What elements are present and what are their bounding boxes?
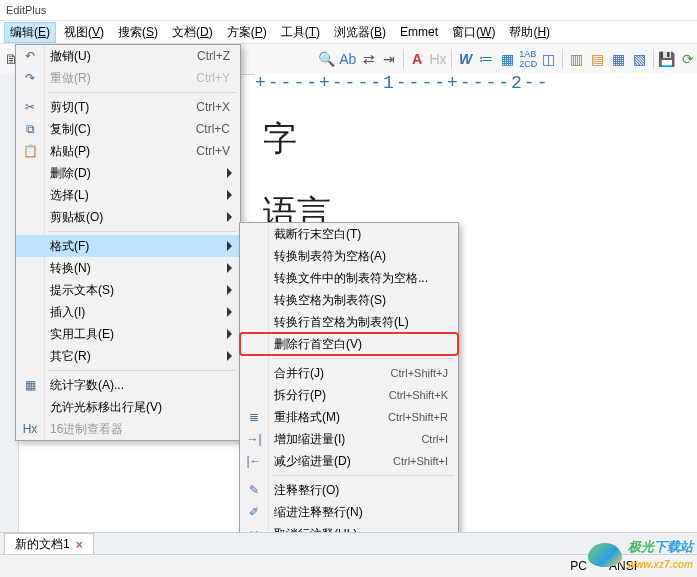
goto-icon[interactable]: ⇥ <box>380 48 399 70</box>
menu-bar: 编辑(E)视图(V)搜索(S)文档(D)方案(P)工具(T)浏览器(B)Emme… <box>0 21 697 44</box>
submenu-arrow-icon <box>227 168 232 178</box>
panel1-icon[interactable]: ▥ <box>567 48 586 70</box>
submenu-item-icon: ✐ <box>245 503 263 521</box>
menu-item[interactable]: ↶撤销(U)Ctrl+Z <box>16 45 240 67</box>
submenu-item[interactable]: ✐缩进注释整行(N) <box>240 501 458 523</box>
submenu-arrow-icon <box>227 241 232 251</box>
refresh-icon[interactable]: ⟳ <box>678 48 697 70</box>
close-icon[interactable]: × <box>76 538 83 552</box>
menu-item-shortcut: Ctrl+V <box>196 140 230 162</box>
ruler: +----+----1----+----2-- <box>255 73 697 95</box>
separator <box>562 49 563 69</box>
menu-item[interactable]: 允许光标移出行尾(V) <box>16 396 240 418</box>
editor-line: 字 <box>263 116 689 162</box>
char-icon[interactable]: Ab <box>338 48 357 70</box>
menu-item[interactable]: 选择(L) <box>16 184 240 206</box>
menu-t[interactable]: 工具(T) <box>275 22 326 43</box>
submenu-item-shortcut: Ctrl+Shift+I <box>393 450 448 472</box>
menu-item[interactable]: 格式(F) <box>16 235 240 257</box>
submenu-item[interactable]: 转换行首空格为制表符(L) <box>240 311 458 333</box>
replace-icon[interactable]: ⇄ <box>359 48 378 70</box>
menu-e[interactable]: 编辑(E) <box>4 22 56 43</box>
menu-item[interactable]: ✂剪切(T)Ctrl+X <box>16 96 240 118</box>
menu-item-label: 转换(N) <box>50 261 91 275</box>
menu-item[interactable]: 转换(N) <box>16 257 240 279</box>
menu-item[interactable]: 其它(R) <box>16 345 240 367</box>
menu-item-label: 剪贴板(O) <box>50 210 103 224</box>
submenu-item-icon: |← <box>245 452 263 470</box>
menu-d[interactable]: 文档(D) <box>166 22 219 43</box>
submenu-item[interactable]: 合并行(J)Ctrl+Shift+J <box>240 362 458 384</box>
panel2-icon[interactable]: ▤ <box>588 48 607 70</box>
menu-item-icon: 📋 <box>21 142 39 160</box>
format-submenu-items: 截断行末空白(T)转换制表符为空格(A)转换文件中的制表符为空格...转换空格为… <box>240 223 458 567</box>
submenu-item-icon: ✎ <box>245 481 263 499</box>
submenu-item[interactable]: →|增加缩进量(I)Ctrl+I <box>240 428 458 450</box>
menu-item-icon: Hx <box>21 420 39 438</box>
menu-v[interactable]: 视图(V) <box>58 22 110 43</box>
document-tab[interactable]: 新的文档1 × <box>4 533 94 555</box>
menu-item-label: 删除(D) <box>50 166 91 180</box>
grid-icon[interactable]: ▦ <box>498 48 517 70</box>
search-icon[interactable]: 🔍 <box>318 48 337 70</box>
menu-p[interactable]: 方案(P) <box>221 22 273 43</box>
submenu-item[interactable]: ✎注释整行(O) <box>240 479 458 501</box>
hex-icon[interactable]: Hx <box>429 48 448 70</box>
menu-item-shortcut: Ctrl+Z <box>197 45 230 67</box>
menu-item[interactable]: 实用工具(E) <box>16 323 240 345</box>
submenu-item-label: 重排格式(M) <box>274 410 340 424</box>
panel4-icon[interactable]: ▧ <box>630 48 649 70</box>
submenu-item-label: 减少缩进量(D) <box>274 454 351 468</box>
font-icon[interactable]: A <box>408 48 427 70</box>
menu-item[interactable]: 插入(I) <box>16 301 240 323</box>
submenu-arrow-icon <box>227 285 232 295</box>
menu-w[interactable]: 窗口(W) <box>446 22 501 43</box>
submenu-item-icon: →| <box>245 430 263 448</box>
panel3-icon[interactable]: ▦ <box>609 48 628 70</box>
menu-item: Hx16进制查看器 <box>16 418 240 440</box>
menu-item[interactable]: ▦统计字数(A)... <box>16 374 240 396</box>
menu-item-label: 16进制查看器 <box>50 422 123 436</box>
submenu-item[interactable]: 截断行末空白(T) <box>240 223 458 245</box>
submenu-item[interactable]: 拆分行(P)Ctrl+Shift+K <box>240 384 458 406</box>
menu-item[interactable]: 删除(D) <box>16 162 240 184</box>
separator <box>451 49 452 69</box>
menu-s[interactable]: 搜索(S) <box>112 22 164 43</box>
menu-h[interactable]: 帮助(H) <box>503 22 556 43</box>
separator <box>653 49 654 69</box>
submenu-item-label: 缩进注释整行(N) <box>274 505 363 519</box>
submenu-item-label: 合并行(J) <box>274 366 324 380</box>
col-icon[interactable]: ◫ <box>540 48 559 70</box>
submenu-item-label: 注释整行(O) <box>274 483 339 497</box>
menu-separator <box>272 475 454 476</box>
submenu-item-shortcut: Ctrl+I <box>421 428 448 450</box>
submenu-item[interactable]: ≣重排格式(M)Ctrl+Shift+R <box>240 406 458 428</box>
submenu-item[interactable]: 删除行首空白(V) <box>240 333 458 355</box>
menu-item[interactable]: ⧉复制(C)Ctrl+C <box>16 118 240 140</box>
submenu-arrow-icon <box>227 307 232 317</box>
save2-icon[interactable]: 💾 <box>657 48 676 70</box>
submenu-item[interactable]: 转换文件中的制表符为空格... <box>240 267 458 289</box>
menu-item-label: 允许光标移出行尾(V) <box>50 400 162 414</box>
menu-item-shortcut: Ctrl+X <box>196 96 230 118</box>
submenu-item-label: 增加缩进量(I) <box>274 432 345 446</box>
menu-item[interactable]: 剪贴板(O) <box>16 206 240 228</box>
submenu-item[interactable]: 转换制表符为空格(A) <box>240 245 458 267</box>
word-icon[interactable]: W <box>456 48 475 70</box>
status-mode: PC <box>570 559 587 573</box>
abc-icon[interactable]: 1AB2CD <box>519 48 538 70</box>
menu-item[interactable]: 提示文本(S) <box>16 279 240 301</box>
submenu-item-shortcut: Ctrl+Shift+K <box>389 384 448 406</box>
menu-item-icon: ▦ <box>21 376 39 394</box>
menu-item-icon: ✂ <box>21 98 39 116</box>
submenu-item-label: 转换行首空格为制表符(L) <box>274 315 409 329</box>
submenu-item[interactable]: 转换空格为制表符(S) <box>240 289 458 311</box>
submenu-item-label: 转换制表符为空格(A) <box>274 249 386 263</box>
edit-menu-dropdown: ↶撤销(U)Ctrl+Z↷重做(R)Ctrl+Y✂剪切(T)Ctrl+X⧉复制(… <box>15 44 241 441</box>
list-icon[interactable]: ≔ <box>477 48 496 70</box>
submenu-item[interactable]: |←减少缩进量(D)Ctrl+Shift+I <box>240 450 458 472</box>
menu-item-label: 插入(I) <box>50 305 85 319</box>
menu-b[interactable]: 浏览器(B) <box>328 22 392 43</box>
menu-emmet[interactable]: Emmet <box>394 23 444 41</box>
menu-item[interactable]: 📋粘贴(P)Ctrl+V <box>16 140 240 162</box>
